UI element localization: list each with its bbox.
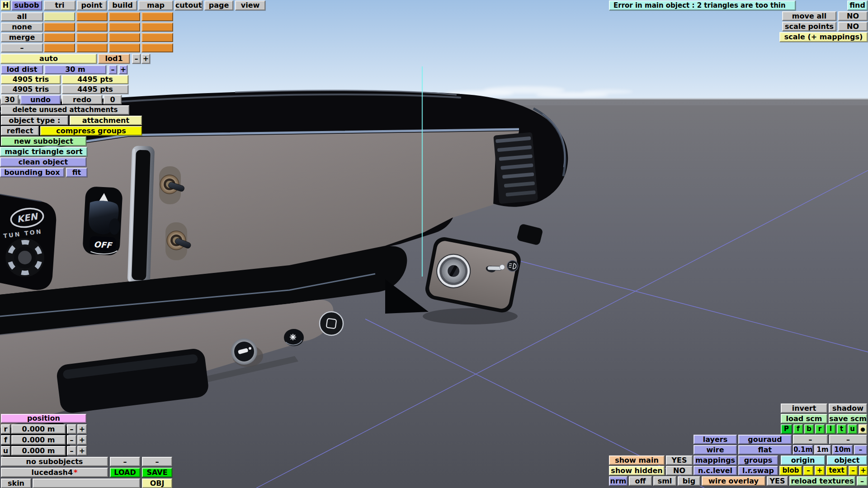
channel-f-button[interactable]: f xyxy=(793,424,803,434)
show-hidden-value[interactable]: NO xyxy=(666,466,693,475)
grid-01m-button[interactable]: 0.1m xyxy=(793,445,813,455)
reload-minus-button[interactable]: – xyxy=(857,476,868,486)
channel-b-button[interactable]: b xyxy=(804,424,814,434)
subob-merge-button[interactable]: merge xyxy=(1,33,43,42)
nrm-off-button[interactable]: off xyxy=(629,476,652,486)
text-minus-button[interactable]: – xyxy=(849,466,858,475)
show-hidden-button[interactable]: show hidden xyxy=(609,466,665,475)
channel-l-button[interactable]: l xyxy=(826,424,835,434)
flat-button[interactable]: flat xyxy=(738,445,792,455)
undo-button[interactable]: undo xyxy=(20,95,61,104)
lod-plus-button[interactable]: + xyxy=(142,54,150,64)
subob-all-button[interactable]: all xyxy=(1,12,43,21)
channel-r-button[interactable]: r xyxy=(815,424,825,434)
menu-cutout-button[interactable]: cutout xyxy=(175,0,203,10)
subob-grid-cell[interactable] xyxy=(142,12,173,21)
invert-button[interactable]: invert xyxy=(781,404,827,413)
nrm-sml-button[interactable]: sml xyxy=(653,476,676,486)
position-u-minus-button[interactable]: – xyxy=(67,446,76,455)
show-main-value[interactable]: YES xyxy=(666,455,693,465)
new-subobject-button[interactable]: new subobject xyxy=(1,136,86,146)
subob-grid-cell[interactable] xyxy=(44,12,75,21)
channel-P-button[interactable]: P xyxy=(781,424,792,434)
wire-overlay-value[interactable]: YES xyxy=(767,476,788,486)
subob-grid-cell[interactable] xyxy=(142,43,173,52)
shadow-button[interactable]: shadow xyxy=(829,404,867,413)
bounding-box-button[interactable]: bounding box xyxy=(0,168,64,177)
lod-dist-label[interactable]: lod dist xyxy=(1,65,43,74)
grid-minus-button[interactable]: – xyxy=(854,445,867,455)
reflect-button[interactable]: reflect xyxy=(1,126,39,136)
reload-textures-button[interactable]: reload textures xyxy=(789,476,855,486)
menu-point-button[interactable]: point xyxy=(77,0,107,10)
lod-dist-minus-button[interactable]: – xyxy=(108,65,117,74)
nc-level-button[interactable]: n.c.level xyxy=(693,466,737,475)
scale-points-button[interactable]: scale points xyxy=(782,22,836,31)
save-button[interactable]: SAVE xyxy=(142,468,172,477)
move-all-button[interactable]: move all xyxy=(782,11,836,21)
mappings-button[interactable]: mappings xyxy=(693,455,737,465)
load-button[interactable]: LOAD xyxy=(110,468,140,477)
subob-grid-cell[interactable] xyxy=(44,43,75,52)
subob-grid-cell[interactable] xyxy=(109,12,140,21)
position-f-minus-button[interactable]: – xyxy=(67,435,76,445)
magic-triangle-sort-button[interactable]: magic triangle sort xyxy=(0,147,87,156)
subob-minus-button[interactable]: – xyxy=(1,43,43,52)
subobject-minus-button-1[interactable]: – xyxy=(110,457,140,466)
subob-grid-cell[interactable] xyxy=(109,33,140,42)
subob-grid-cell[interactable] xyxy=(44,33,75,42)
object-button[interactable]: object xyxy=(827,455,867,465)
scale-mappings-button[interactable]: scale (+ mappings) xyxy=(779,32,868,42)
position-r-minus-button[interactable]: – xyxy=(67,424,76,434)
channel-dot-button[interactable]: ● xyxy=(859,424,867,434)
layers-button[interactable]: layers xyxy=(693,435,737,444)
lod1-button[interactable]: lod1 xyxy=(98,54,130,64)
position-f-value[interactable]: 0.000 m xyxy=(11,435,66,445)
channel-t-button[interactable]: t xyxy=(837,424,846,434)
subob-grid-cell[interactable] xyxy=(109,23,140,32)
layers-minus-button-2[interactable]: – xyxy=(829,435,867,444)
position-f-plus-button[interactable]: + xyxy=(77,435,87,445)
position-r-plus-button[interactable]: + xyxy=(77,424,87,434)
subob-grid-cell[interactable] xyxy=(76,33,108,42)
menu-tri-button[interactable]: tri xyxy=(44,0,75,10)
groups-button[interactable]: groups xyxy=(738,455,778,465)
menu-page-button[interactable]: page xyxy=(204,0,233,10)
menu-subob-button[interactable]: subob xyxy=(11,0,42,10)
text-plus-button[interactable]: + xyxy=(859,466,868,475)
compress-groups-button[interactable]: compress groups xyxy=(40,126,142,136)
subob-grid-cell[interactable] xyxy=(76,43,108,52)
skin-button[interactable]: skin xyxy=(1,479,31,488)
blob-plus-button[interactable]: + xyxy=(815,466,825,475)
grid-1m-button[interactable]: 1m xyxy=(814,445,831,455)
grid-10m-button[interactable]: 10m xyxy=(832,445,853,455)
channel-u-button[interactable]: u xyxy=(848,424,857,434)
blob-minus-button[interactable]: – xyxy=(803,466,813,475)
fit-button[interactable]: fit xyxy=(66,168,87,177)
menu-view-button[interactable]: view xyxy=(235,0,265,10)
blob-button[interactable]: blob xyxy=(779,466,802,475)
clean-object-button[interactable]: clean object xyxy=(0,157,86,167)
redo-button[interactable]: redo xyxy=(62,95,102,104)
lr-swap-button[interactable]: l.r.swap xyxy=(738,466,778,475)
subob-grid-cell[interactable] xyxy=(142,33,173,42)
scale-points-value[interactable]: NO xyxy=(838,22,868,31)
lod-dist-plus-button[interactable]: + xyxy=(119,65,127,74)
nrm-button[interactable]: nrm xyxy=(609,476,627,486)
lod-dist-value[interactable]: 30 m xyxy=(44,65,106,74)
wire-overlay-button[interactable]: wire overlay xyxy=(702,476,765,486)
gouraud-button[interactable]: gouraud xyxy=(738,435,792,444)
position-u-value[interactable]: 0.000 m xyxy=(11,446,66,455)
object-type-value-button[interactable]: attachment xyxy=(70,116,142,125)
menu-map-button[interactable]: map xyxy=(138,0,173,10)
filename-field[interactable]: lucedash4* xyxy=(1,468,108,477)
layers-minus-button-1[interactable]: – xyxy=(793,435,828,444)
load-scm-button[interactable]: load scm xyxy=(781,414,827,423)
subob-grid-cell[interactable] xyxy=(142,23,173,32)
save-scm-button[interactable]: save scm xyxy=(829,414,867,423)
skin-name-field[interactable] xyxy=(33,479,140,488)
subob-grid-cell[interactable] xyxy=(44,23,75,32)
menu-h-button[interactable]: H xyxy=(1,0,10,10)
subob-grid-cell[interactable] xyxy=(109,43,140,52)
lod-minus-button[interactable]: – xyxy=(132,54,141,64)
